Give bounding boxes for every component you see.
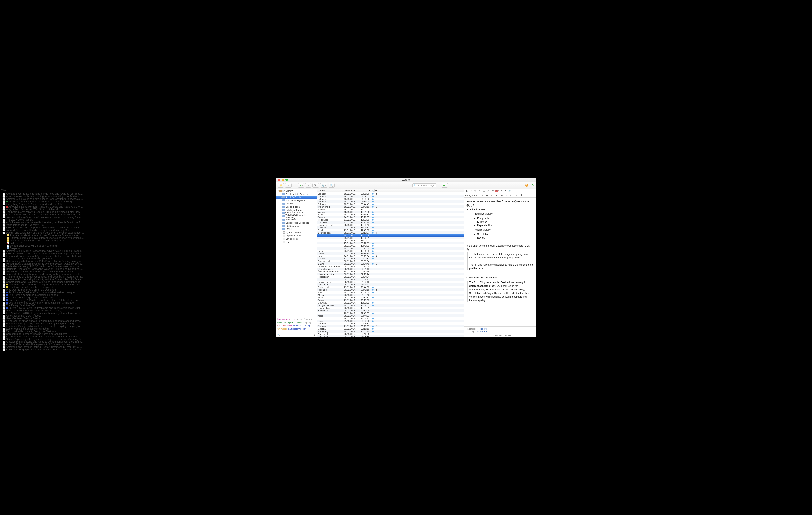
related-link[interactable]: [click here] [477, 328, 487, 330]
table-row[interactable]: ▸This smartwatch puts Alexa on your wris… [317, 257, 464, 260]
align-justify-button[interactable]: ≣ [494, 193, 498, 197]
tag[interactable]: empathy [303, 321, 312, 324]
tags-link[interactable]: [click here] [477, 330, 487, 333]
new-collection-button[interactable]: 📁 [278, 183, 284, 188]
table-row[interactable]: ▾Design and Evaluation of a Short Versio… [317, 231, 464, 234]
column-notes[interactable]: ⊞ [375, 189, 378, 192]
subscript-button[interactable]: x₂ [482, 189, 486, 193]
italic-button[interactable]: I [469, 189, 473, 193]
sidebar-item[interactable]: My Publications [276, 231, 317, 234]
sidebar-item[interactable]: Trash [276, 240, 317, 244]
strike-button[interactable]: S [477, 189, 481, 193]
close-window-button[interactable] [278, 179, 280, 181]
numbered-list-button[interactable]: 1≡ [504, 193, 508, 197]
table-row[interactable]: ▸Responsive Personality Design in Chatbo… [317, 330, 464, 333]
sidebar-item[interactable]: Duplicate Items [276, 234, 317, 237]
table-row[interactable]: ▸The Startup Amazon And Google Hired To … [317, 211, 464, 213]
table-row[interactable]: ▸The 2017 Voice ReportVoiceLabs13/02/201… [317, 218, 464, 221]
table-row[interactable]: ▸Why Is Tech Obsessed With Smart Kitchen… [317, 208, 464, 211]
tag[interactable]: USP [287, 325, 292, 327]
sidebar-item[interactable]: UX-UI [276, 228, 317, 231]
link-button[interactable]: 🔗 [508, 189, 512, 193]
table-row[interactable]: ▸Determining What Individual SUS Scores … [317, 260, 464, 263]
tag-selector[interactable]: human augmenticssense of agencycontinuou… [276, 317, 317, 333]
table-row[interactable]: ▸Why User Experience Cannot Be DesignedF… [317, 289, 464, 291]
table-row[interactable]: ▸Alexa & Co. – So helfen die Gadgets im … [317, 229, 464, 231]
table-row[interactable]: ▸Alexa could live in headphones, wearabl… [317, 226, 464, 229]
table-row[interactable]: ▸AI Voice Assistant Apps are Proliferati… [317, 221, 464, 223]
align-right-button[interactable]: ≡ [490, 193, 494, 197]
table-row[interactable]: ▸Can computer personalities be human per… [317, 333, 464, 335]
table-row[interactable]: ▸Sprint: How to Solve Big Problems and T… [317, 307, 464, 309]
table-row[interactable]: Screen Shot 2018-01-25 at 15.40.48.png25… [317, 244, 464, 247]
table-row[interactable]: ▸The Human-computer Interaction Handbook… [317, 294, 464, 296]
collections-tree[interactable]: ▾My Library▸ArchInfo-Data-Activism▸ArchI… [276, 189, 317, 317]
table-row[interactable]: ▸MeasuringU: Measuring Usability with th… [317, 278, 464, 281]
tag[interactable]: sense of agency [297, 318, 312, 321]
sidebar-item[interactable]: Artificial-Intelligence [276, 199, 317, 202]
search-scope-dropdown[interactable]: ▾ [417, 184, 417, 186]
table-row[interactable]: Full Text PDF25/01/2018,00:12:59 [317, 242, 464, 244]
table-row[interactable]: ▸Méthodes de design UX: 30 méthodes fond… [317, 265, 464, 268]
table-row[interactable]: ▸Amazon's Alexa wants to learn more abou… [317, 200, 464, 203]
table-row[interactable]: ▸Toyota is adding Amazon's Alexa to cars… [317, 216, 464, 218]
find-button[interactable]: ⚲ [519, 193, 523, 197]
column-date-added[interactable]: Date Added▾ [343, 189, 371, 192]
table-row[interactable]: ▸Everything Amazon's Alexa learned to do… [317, 203, 464, 205]
table-row[interactable]: ▸The Interplay of Beauty, Goodness, and … [317, 275, 464, 278]
bg-color-button[interactable]: A ▾ [495, 189, 499, 193]
table-row[interactable]: ▸42 percent of smart speaker owners have… [317, 320, 464, 322]
column-attachment[interactable]: 📎 [371, 189, 375, 192]
table-row[interactable]: ▸Voice Interfaces in Everyday LifePorche… [317, 223, 464, 226]
table-row[interactable]: ▸Amazon Alexa Mobile Accessories: A New … [317, 249, 464, 252]
table-row[interactable]: ▸Alexa and Cortana's marriage brings ris… [317, 192, 464, 195]
outdent-button[interactable]: ⇤ [509, 193, 513, 197]
table-row[interactable]: Snapshot25/01/2018,00:13:00 [317, 247, 464, 249]
table-row[interactable]: ▸Participatory design tools and methodsM… [317, 296, 464, 299]
tag-menu-button[interactable]: ⚙ [313, 334, 316, 337]
table-row[interactable]: ▸Heuristic Evaluation: Comparing Ways of… [317, 268, 464, 270]
sidebar-item[interactable]: Design-Fiction [276, 205, 317, 208]
table-row[interactable]: ▸Measuring the User Experience of a Task… [317, 270, 464, 273]
table-row[interactable]: ▸Emotional Design: Why We Love (or Hate)… [317, 322, 464, 325]
sidebar-item[interactable]: Sociopolitics-Geopolitics [276, 221, 317, 224]
sidebar-item[interactable]: Dataviz [276, 202, 317, 205]
underline-button[interactable]: U [473, 189, 477, 193]
tag[interactable]: UX model [277, 328, 287, 330]
table-row[interactable]: ▸Funology: From Usability to EnjoymentBl… [317, 286, 464, 289]
tag[interactable]: Machine Learning [293, 325, 310, 327]
table-row[interactable]: ▸Easter eggs, little delights in UI desi… [317, 327, 464, 330]
tag[interactable]: continuous speech stream [277, 321, 302, 324]
sync-button[interactable]: ↻ [532, 184, 534, 187]
table-row[interactable]: ▸ISO 9241-210:2010 - Ergonomics of human… [317, 312, 464, 314]
column-creator[interactable]: Creator [317, 189, 343, 192]
zoom-window-button[interactable] [285, 179, 288, 181]
items-list[interactable]: ▸Alexa and Cortana's marriage brings ris… [317, 192, 464, 337]
locate-button[interactable]: ➡▾ [441, 183, 448, 188]
table-row[interactable]: ▸Alexa is coming to wearable devices, in… [317, 252, 464, 255]
table-row[interactable]: Assumed scale structure of User Experien… [317, 234, 464, 237]
sidebar-item[interactable]: ▸ArchInfo-Data-Activism [276, 192, 317, 195]
new-item-button[interactable]: ⊕▾ [298, 183, 304, 188]
table-row[interactable]: ▸Amazon Alexa skills can now access user… [317, 198, 464, 200]
tag-filter-input[interactable] [280, 334, 313, 337]
table-row[interactable]: Pragmatic qualities (related to tasks an… [317, 239, 464, 242]
table-row[interactable]: Different users can have different user … [317, 237, 464, 239]
table-row[interactable]: ▸Participatory Design: What it is, and w… [317, 291, 464, 294]
indent-button[interactable]: ⇥ [514, 193, 518, 197]
attach-button[interactable]: 📎▾ [320, 183, 327, 188]
table-row[interactable]: ▸As Voice Has Its Moment, Amazon, Google… [317, 205, 464, 208]
text-color-button[interactable]: A ▾ [491, 189, 495, 193]
sidebar-item[interactable]: ▸ArchInfo-Thesis [276, 195, 317, 199]
table-row[interactable]: ▸Amazon Alexa wird Sprachassistentin für… [317, 213, 464, 216]
tag[interactable]: human augmentics [277, 318, 295, 321]
table-row[interactable]: ▸Emotional Design: Why We Love (or Hate)… [317, 325, 464, 327]
table-row[interactable]: ▸A Review of the IDEO ProcessMoen28/12/2… [317, 314, 464, 317]
table-row[interactable]: ▸AttrakDiff: Ein Fragebogen zur Messung … [317, 273, 464, 275]
align-left-button[interactable]: ≡ [480, 193, 484, 197]
edit-separate-window-link[interactable]: Edit in a separate window [464, 334, 536, 337]
new-note-button[interactable]: 🗒▾ [313, 183, 319, 188]
table-row[interactable]: ▸Amazon Alexa skills can now trigger aud… [317, 195, 464, 198]
tag[interactable]: CA-limits [277, 325, 286, 327]
table-row[interactable]: ▸Use this exercise to solve any Product … [317, 301, 464, 304]
